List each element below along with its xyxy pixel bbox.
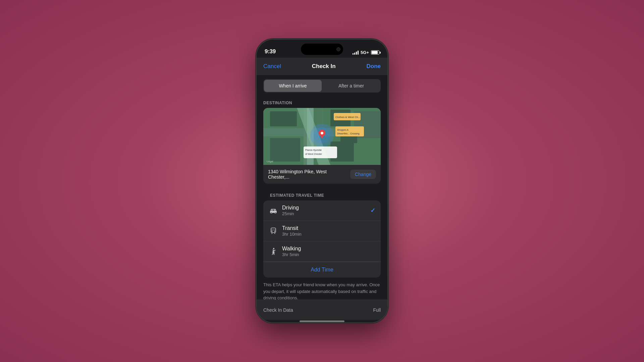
signal-bar-4 [358, 51, 359, 55]
status-icons: 5G+ [353, 50, 379, 55]
transit-time: 3hr 10min [282, 232, 375, 237]
travel-row-walking[interactable]: Walking 3hr 5min [263, 241, 381, 262]
svg-text:of West Chester: of West Chester [305, 153, 322, 155]
svg-text:Clothes & West Ch...: Clothes & West Ch... [335, 116, 360, 119]
segment-control: When I arrive After a timer [263, 79, 381, 93]
phone-frame: 9:39 5G+ Cancel Check In Done [257, 40, 387, 322]
driving-label: Driving [282, 205, 370, 211]
tab-when-arrive[interactable]: When I arrive [264, 80, 322, 92]
travel-card: Driving 25min ✓ [263, 200, 381, 278]
transit-info: Transit 3hr 10min [282, 225, 375, 237]
map-svg: Clothes & West Ch... Shoppes A Dilwortht… [263, 108, 381, 165]
svg-point-33 [272, 231, 273, 232]
svg-rect-5 [270, 111, 297, 126]
transit-icon [269, 226, 278, 236]
travel-section: ESTIMATED TRAVEL TIME [263, 189, 381, 278]
page-title: Check In [312, 63, 336, 70]
destination-address: 1340 Wilmington Pike, West Chester,... [268, 169, 347, 180]
svg-point-37 [273, 248, 274, 249]
svg-rect-29 [271, 209, 273, 211]
content-area: DESTINATION [257, 97, 387, 300]
driving-checkmark: ✓ [370, 207, 375, 214]
svg-point-28 [275, 212, 276, 214]
walking-label: Walking [282, 246, 375, 252]
check-in-data-label: Check In Data [263, 307, 293, 313]
destination-label: DESTINATION [257, 97, 387, 108]
check-in-data-value: Full [373, 307, 381, 313]
home-bar [300, 320, 344, 322]
status-time: 9:39 [265, 48, 276, 55]
nav-bar: Cancel Check In Done [257, 58, 387, 75]
battery-fill [372, 51, 378, 54]
network-badge: 5G+ [361, 50, 369, 55]
driving-info: Driving 25min [282, 205, 370, 216]
svg-point-34 [274, 231, 275, 232]
signal-bars [353, 51, 359, 55]
walking-info: Walking 3hr 5min [282, 246, 375, 257]
svg-point-27 [271, 212, 272, 214]
svg-point-16 [321, 132, 323, 134]
home-indicator [257, 320, 387, 322]
tab-after-timer[interactable]: After a timer [322, 80, 380, 92]
battery-icon [371, 50, 379, 55]
transit-label: Transit [282, 225, 375, 231]
car-icon [269, 206, 278, 215]
dynamic-island [301, 44, 343, 55]
map-footer: 1340 Wilmington Pike, West Chester,... C… [263, 165, 381, 184]
svg-rect-19 [335, 126, 364, 136]
svg-rect-30 [274, 209, 275, 211]
front-camera [336, 47, 340, 51]
travel-label: ESTIMATED TRAVEL TIME [263, 189, 381, 200]
map-container[interactable]: Clothes & West Ch... Shoppes A Dilwortht… [263, 108, 381, 165]
svg-rect-22 [304, 146, 337, 158]
driving-time: 25min [282, 211, 370, 216]
description-text: This ETA helps your friend know when you… [257, 278, 387, 300]
svg-text:Piazza Hyundai: Piazza Hyundai [305, 149, 322, 152]
change-button[interactable]: Change [350, 170, 376, 179]
done-button[interactable]: Done [367, 63, 381, 70]
bottom-bar: Check In Data Full [257, 300, 387, 320]
svg-rect-9 [270, 138, 300, 162]
travel-row-transit[interactable]: Transit 3hr 10min [263, 221, 381, 241]
signal-bar-2 [354, 53, 355, 55]
signal-bar-3 [356, 52, 357, 55]
phone-screen: 9:39 5G+ Cancel Check In Done [257, 40, 387, 322]
svg-rect-31 [271, 228, 276, 233]
svg-text:Legal: Legal [267, 160, 273, 163]
signal-bar-1 [353, 53, 354, 55]
add-time-label: Add Time [311, 267, 333, 273]
walking-time: 3hr 5min [282, 252, 375, 257]
add-time-row[interactable]: Add Time [263, 262, 381, 278]
cancel-button[interactable]: Cancel [263, 63, 281, 70]
travel-row-driving[interactable]: Driving 25min ✓ [263, 200, 381, 221]
svg-text:Shoppes A: Shoppes A [337, 129, 348, 131]
svg-text:Dilworthto... Crossing: Dilworthto... Crossing [337, 132, 360, 135]
map-card: Clothes & West Ch... Shoppes A Dilwortht… [263, 108, 381, 184]
walking-icon [269, 247, 278, 256]
